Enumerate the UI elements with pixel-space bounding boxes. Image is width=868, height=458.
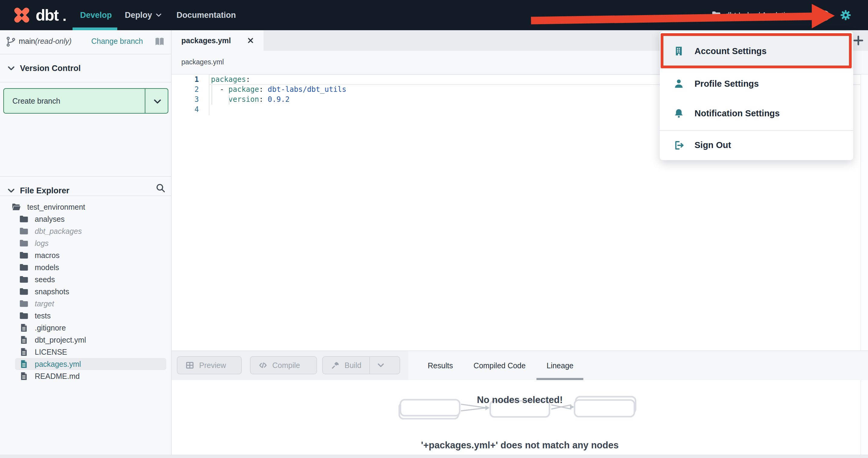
- folder-icon: [19, 238, 29, 248]
- tree-item-label: macros: [35, 251, 60, 260]
- tree-item-readme-md[interactable]: README.md: [0, 370, 171, 382]
- menu-item-notification-settings[interactable]: Notification Settings: [660, 98, 853, 128]
- tree-item-label: packages.yml: [35, 360, 81, 368]
- indent-guide: [229, 95, 229, 104]
- close-icon[interactable]: [247, 37, 254, 44]
- horizontal-scrollbar-track[interactable]: [0, 455, 868, 458]
- folder-icon: [19, 226, 29, 236]
- new-tab-plus-icon[interactable]: [852, 34, 864, 46]
- tree-item-snapshots[interactable]: snapshots: [0, 286, 171, 298]
- tree-item-license[interactable]: LICENSE: [0, 346, 171, 358]
- search-icon[interactable]: [155, 183, 166, 193]
- code-text: - package: dbt-labs/dbt_utils: [211, 85, 346, 95]
- tree-item-label: seeds: [35, 275, 55, 284]
- tree-item-label: logs: [35, 239, 49, 248]
- menu-item-label: Profile Settings: [694, 79, 759, 89]
- menu-item-profile-settings[interactable]: Profile Settings: [660, 69, 853, 98]
- file-explorer-header[interactable]: File Explorer: [0, 177, 171, 204]
- divider: [0, 82, 171, 83]
- git-branch-icon: [5, 36, 16, 47]
- tree-item-label: models: [35, 263, 59, 272]
- brand-dot: [63, 19, 66, 21]
- tree-item-logs[interactable]: logs: [0, 237, 171, 249]
- folder-icon: [19, 274, 29, 284]
- line-number: 1: [172, 75, 199, 85]
- account-project-switcher[interactable]: dbt Labs / Analytics: [711, 0, 793, 30]
- tree-item-seeds[interactable]: seeds: [0, 273, 171, 286]
- tree-item-test-environment[interactable]: test_environment: [0, 201, 171, 213]
- tree-item-tests[interactable]: tests: [0, 310, 171, 322]
- chevron-down-icon: [7, 186, 16, 195]
- tree-item-macros[interactable]: macros: [0, 249, 171, 261]
- build-button[interactable]: Build: [322, 356, 400, 374]
- gear-icon[interactable]: [840, 9, 851, 21]
- preview-button[interactable]: Preview: [177, 356, 242, 374]
- file-icon: [19, 323, 29, 333]
- nav-item-documentation[interactable]: Documentation: [177, 0, 236, 30]
- bell-icon: [673, 108, 684, 119]
- account-project-label: dbt Labs / Analytics: [725, 10, 793, 20]
- lineage-node: [575, 400, 634, 417]
- build-options-chevron-icon[interactable]: [377, 361, 385, 369]
- version-control-title: Version Control: [20, 64, 81, 73]
- tab-label: packages.yml: [181, 36, 231, 45]
- nav-item-deploy[interactable]: Deploy: [125, 0, 162, 30]
- results-tab-results[interactable]: Results: [428, 351, 453, 380]
- file-icon: [19, 335, 29, 345]
- tree-item-label: target: [35, 299, 54, 308]
- docs-book-icon[interactable]: [154, 36, 165, 47]
- folder-icon: [19, 287, 29, 296]
- tree-item-label: snapshots: [35, 287, 69, 296]
- dbt-cloud-ide: dbt DevelopDeployDocumentation dbt Labs …: [0, 0, 868, 458]
- nav-item-develop[interactable]: Develop: [80, 0, 112, 30]
- button-split-divider: [369, 357, 370, 374]
- chevron-down-icon[interactable]: [153, 97, 162, 106]
- branch-bar: main (read-only) Change branch: [0, 30, 171, 54]
- nav-item-label: Documentation: [177, 10, 236, 20]
- change-branch-link[interactable]: Change branch: [91, 37, 143, 45]
- tree-item-analyses[interactable]: analyses: [0, 213, 171, 225]
- code-icon: [258, 361, 268, 370]
- tree-item-label: dbt_project.yml: [35, 336, 86, 345]
- breadcrumb: packages.yml: [181, 58, 224, 66]
- button-split-divider: [145, 89, 145, 113]
- dbt-logo[interactable]: dbt: [12, 0, 66, 30]
- tree-item-target[interactable]: target: [0, 298, 171, 310]
- tree-item-packages-yml[interactable]: packages.yml: [0, 358, 171, 370]
- tree-item-models[interactable]: models: [0, 261, 171, 273]
- editor-scrollbar-track[interactable]: [861, 75, 868, 455]
- divider: [0, 195, 171, 196]
- tree-item-dbt-project-yml[interactable]: dbt_project.yml: [0, 334, 171, 346]
- grid-icon: [185, 361, 194, 370]
- compile-button[interactable]: Compile: [250, 356, 317, 374]
- hammer-icon: [331, 361, 340, 370]
- file-icon: [19, 359, 29, 369]
- folder-icon: [19, 311, 29, 321]
- sidebar: main (read-only) Change branch Version C…: [0, 30, 172, 455]
- branch-readonly-label: (read-only): [35, 37, 72, 45]
- tree-item-label: analyses: [35, 215, 65, 224]
- folder-icon: [19, 299, 29, 308]
- line-number: 3: [172, 95, 199, 104]
- file-explorer-title: File Explorer: [20, 186, 69, 195]
- indent-guide: [212, 85, 212, 104]
- chevron-down-icon: [155, 11, 162, 19]
- brand-wordmark: dbt: [36, 7, 58, 23]
- lineage-empty-title: No nodes selected!: [477, 395, 563, 405]
- tree-item-dbt-packages[interactable]: dbt_packages: [0, 225, 171, 237]
- version-control-header[interactable]: Version Control: [0, 54, 171, 82]
- menu-item-account-settings[interactable]: Account Settings: [660, 33, 853, 69]
- create-branch-button[interactable]: Create branch: [3, 88, 168, 113]
- tab-packages-yml[interactable]: packages.yml: [172, 30, 264, 51]
- results-tab-lineage-active[interactable]: Lineage: [547, 351, 574, 380]
- code-text: version: 0.9.2: [211, 95, 289, 104]
- menu-item-label: Notification Settings: [694, 108, 780, 119]
- menu-item-sign-out[interactable]: Sign Out: [660, 130, 853, 160]
- results-tab-compiled-code[interactable]: Compiled Code: [473, 351, 526, 380]
- button-label: Preview: [199, 361, 226, 370]
- line-number: 2: [172, 85, 199, 95]
- avatar[interactable]: [819, 10, 830, 21]
- folder-icon: [19, 263, 29, 272]
- tree-item--gitignore[interactable]: .gitignore: [0, 322, 171, 334]
- nav-item-label: Deploy: [125, 10, 152, 20]
